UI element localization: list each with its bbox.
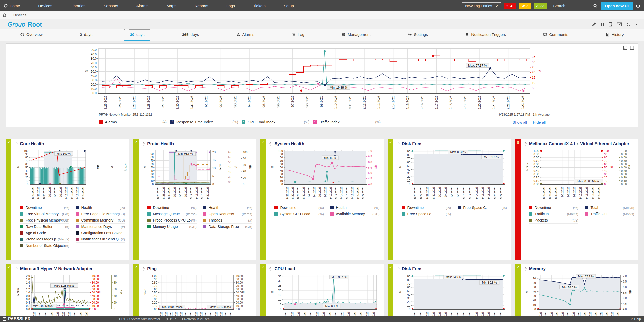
sensor-card-system-health[interactable]: ✓System Health1009080706050403020100%7.0… (260, 139, 384, 260)
sensor-title[interactable]: Ping (147, 266, 157, 271)
sensor-mini-graph[interactable]: 9080706050403020100%Max: 83.0 %Min: 81.0… (397, 147, 508, 203)
tab-notification-triggers[interactable]: Notification Triggers (460, 29, 511, 41)
legend-item[interactable]: Traffic Out(Mbit/s) (585, 211, 634, 217)
new-log-entries-button[interactable]: New Log Entries 2 (462, 2, 501, 9)
sensor-mini-graph[interactable]: 1.000.900.800.700.600.500.400.300.200.10… (525, 147, 636, 203)
sensor-title[interactable]: Mellanox ConnectX-4 Lx Virtual Ethernet … (529, 141, 629, 146)
help-button[interactable]: ? Help (631, 317, 644, 321)
sensor-card-memory[interactable]: ✓Memory706050403020100%7.06.56.05.55.04.… (515, 264, 638, 322)
legend-item[interactable]: Probe Process CPU Load(%) (147, 217, 197, 224)
sensor-mini-graph[interactable]: 35302520151050%Max: 35.1 %Min: 6.1 %8/25… (270, 272, 381, 322)
sensor-title[interactable]: Disk Free (402, 266, 421, 271)
legend-item[interactable]: Downtime(%) (147, 205, 197, 211)
legend-item[interactable]: Available Memory(GB) (330, 211, 380, 217)
pause-icon[interactable] (600, 22, 604, 27)
legend-item[interactable]: Downtime(%) (529, 205, 578, 211)
tab-365-days[interactable]: 365days (177, 29, 204, 41)
open-new-ui-button[interactable]: Open new UI (601, 2, 633, 10)
legend-item[interactable]: Free Page File Memory(GB) (76, 211, 125, 217)
tab-comments[interactable]: Comments (538, 29, 573, 41)
legend-swatch[interactable] (99, 120, 103, 124)
refresh-countdown[interactable]: Refresh in 21 sec (181, 317, 210, 321)
tab-2-days[interactable]: 2days (75, 29, 97, 41)
sensor-mini-graph[interactable]: 1.000.900.800.700.600.500.400.300.200.10… (143, 272, 254, 322)
chevron-down-icon[interactable] (635, 23, 638, 26)
group-overview-graph[interactable]: 100.090.080.070.060.050.040.030.020.010.… (84, 45, 560, 113)
sensor-card-ping[interactable]: ✓Ping1.000.900.800.700.600.500.400.300.2… (133, 264, 256, 322)
sensor-title[interactable]: Memory (529, 266, 546, 271)
legend-item[interactable]: Maintenance Days(#) (76, 224, 125, 230)
legend-item[interactable]: Open Requests(Items) (203, 211, 252, 217)
search-input[interactable] (553, 3, 591, 9)
legend-item[interactable]: Committed Memory(GB) (76, 217, 125, 224)
sensor-card-cpu-load[interactable]: ✓CPU Load35302520151050%Max: 35.1 %Min: … (260, 264, 384, 322)
ok-count-badge[interactable]: ✓ 33 (534, 3, 547, 9)
legend-checkbox[interactable] (313, 120, 317, 124)
sensor-title[interactable]: Core Health (20, 141, 44, 146)
move-handle-icon[interactable] (524, 142, 527, 146)
legend-checkbox[interactable] (170, 120, 174, 124)
legend-item[interactable]: Memory Usage(GB) (147, 224, 197, 230)
graph-legend-item[interactable]: Response Time Index(%) (170, 119, 238, 125)
legend-item[interactable]: Health(%) (203, 205, 252, 211)
tab-settings[interactable]: Settings (403, 29, 433, 41)
sensor-mini-graph[interactable]: 9080706050403020100%20151050Items6055504… (143, 147, 254, 203)
sensor-card-microsoft-hyper-v-network-adapter[interactable]: ✓Microsoft Hyper-V Network Adapter2.01.8… (6, 264, 129, 322)
legend-item[interactable]: Health(%) (330, 205, 380, 211)
tab-alarms[interactable]: Alarms (231, 29, 260, 41)
edit-settings-wrench-icon[interactable] (592, 22, 596, 27)
menu-reports[interactable]: Reports (185, 4, 217, 8)
sensor-title[interactable]: Microsoft Hyper-V Network Adapter (20, 266, 93, 271)
menu-devices[interactable]: Devices (29, 4, 61, 8)
legend-checkbox[interactable] (242, 120, 245, 124)
legend-item[interactable]: Health(%) (76, 205, 125, 211)
error-count-badge[interactable]: ‼ 31 (504, 3, 516, 9)
send-email-icon[interactable] (617, 22, 622, 26)
legend-item[interactable]: System CPU Load(%) (274, 211, 324, 217)
move-handle-icon[interactable] (14, 267, 18, 271)
sensor-title[interactable]: Probe Health (147, 141, 174, 146)
legend-item[interactable]: Free Space C:(%) (458, 205, 507, 211)
move-handle-icon[interactable] (396, 267, 400, 271)
add-report-icon[interactable] (608, 22, 613, 27)
legend-item[interactable]: Downtime(%) (20, 205, 69, 211)
menu-logs[interactable]: Logs (217, 4, 244, 8)
legend-item[interactable]: Configuration Last Saved (76, 230, 125, 236)
legend-item[interactable]: Message Queue(Items) (147, 211, 197, 217)
menu-home[interactable]: Home (0, 4, 29, 8)
warning-count-badge[interactable]: W 2 (519, 3, 531, 9)
export-graph-icon[interactable] (623, 46, 627, 50)
sensor-mini-graph[interactable]: 706050403020100%7.06.56.05.55.04.54.0GBM… (525, 272, 636, 322)
sensor-card-disk-free[interactable]: ✓Disk Free9080706050403020100%Max: 83.0 … (388, 139, 511, 260)
move-handle-icon[interactable] (524, 267, 527, 271)
legend-item[interactable]: Raw Data Buffer(#) (20, 224, 69, 230)
refresh-icon[interactable] (626, 22, 631, 27)
graph-legend-item[interactable]: Alarms(#) (99, 119, 167, 125)
tab-management[interactable]: Management (336, 29, 375, 41)
logged-in-user[interactable]: PRTG System Administrator (119, 317, 160, 321)
tab-history[interactable]: History (600, 29, 629, 41)
show-all-link[interactable]: Show all (512, 120, 527, 124)
legend-item[interactable]: Downtime(%) (274, 205, 324, 211)
move-handle-icon[interactable] (142, 142, 145, 146)
legend-item[interactable]: Packets(#/s) (529, 217, 578, 224)
breadcrumb-item-devices[interactable]: Devices (10, 13, 27, 17)
graph-legend-item[interactable]: CPU Load Index(%) (242, 119, 309, 125)
legend-item[interactable]: Data Storage Free(GB) (203, 224, 252, 230)
tab-log[interactable]: Log (287, 29, 309, 41)
sensor-card-core-health[interactable]: ✓Core Health1009080706050403020100%GB#Ms… (6, 139, 129, 260)
sensor-card-probe-health[interactable]: ✓Probe Health9080706050403020100%2015105… (133, 139, 256, 260)
search-icon[interactable] (593, 4, 598, 8)
legend-item[interactable]: Threads(#) (203, 217, 252, 224)
sensor-card-mellanox-connectx-4-lx-virtual-ethernet-adapter[interactable]: ‼Mellanox ConnectX-4 Lx Virtual Ethernet… (515, 139, 638, 260)
logout-power-icon[interactable] (636, 3, 640, 8)
sensor-mini-graph[interactable]: 1009080706050403020100%7.06.56.05.55.04.… (270, 147, 381, 203)
legend-item[interactable]: Notifications in Send Q...(#) (76, 236, 125, 243)
menu-alarms[interactable]: Alarms (127, 4, 158, 8)
legend-item[interactable]: Traffic In(Mbit/s) (529, 211, 578, 217)
sensor-title[interactable]: System Health (274, 141, 304, 146)
sensor-title[interactable]: Disk Free (402, 141, 421, 146)
move-handle-icon[interactable] (269, 142, 272, 146)
graph-legend-item[interactable]: Traffic Index(%) (313, 119, 381, 125)
move-handle-icon[interactable] (269, 267, 272, 271)
